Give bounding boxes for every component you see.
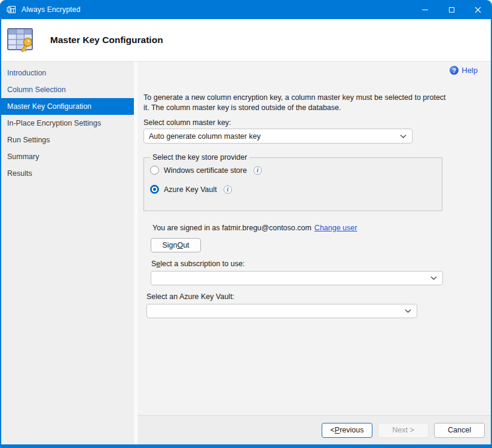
- sign-out-button[interactable]: Sign Out: [151, 238, 201, 252]
- minimize-button[interactable]: [412, 0, 438, 19]
- sidebar-item-summary[interactable]: Summary: [1, 148, 134, 165]
- radio-azure-key-vault[interactable]: Azure Key Vault: [150, 185, 436, 194]
- radio-icon: [150, 166, 159, 175]
- vault-dropdown[interactable]: [146, 304, 417, 318]
- chevron-down-icon: [430, 276, 437, 280]
- wizard-header: Master Key Configuration: [1, 19, 491, 62]
- radio-label: Windows certificate store: [164, 166, 247, 175]
- main-panel: Help To generate a new column encryption…: [137, 62, 491, 444]
- next-button[interactable]: Next >: [378, 423, 429, 438]
- intro-text: To generate a new column encryption key,…: [143, 93, 490, 112]
- minimize-icon: [422, 10, 428, 10]
- sidebar-item-master-key-configuration[interactable]: Master Key Configuration: [1, 98, 134, 115]
- subscription-dropdown[interactable]: [151, 271, 443, 285]
- info-circle-icon[interactable]: [224, 185, 232, 194]
- always-encrypted-window: Always Encrypted Master Key Configuratio…: [0, 0, 492, 448]
- keystore-provider-legend: Select the key store provider: [150, 153, 249, 161]
- sidebar-item-inplace-encryption-settings[interactable]: In-Place Encryption Settings: [1, 115, 134, 132]
- radio-icon: [150, 185, 159, 194]
- cmk-dropdown[interactable]: Auto generate column master key: [143, 129, 412, 144]
- page-title: Master Key Configuration: [50, 35, 163, 45]
- close-icon: [475, 7, 481, 13]
- help-question-icon: [450, 66, 459, 75]
- keystore-provider-group: Select the key store provider Windows ce…: [143, 153, 442, 211]
- signin-status: You are signed in as fatmir.bregu@contos…: [152, 224, 357, 232]
- table-key-icon: [6, 26, 35, 54]
- wizard-steps-sidebar: Introduction Column Selection Master Key…: [1, 62, 134, 444]
- vault-label: Select an Azure Key Vault:: [146, 292, 234, 301]
- change-user-link[interactable]: Change user: [314, 224, 357, 232]
- signin-text: You are signed in as fatmir.bregu@contos…: [152, 224, 311, 232]
- radio-label: Azure Key Vault: [164, 185, 217, 194]
- chevron-down-icon: [400, 135, 407, 138]
- help-link[interactable]: Help: [450, 66, 478, 75]
- maximize-button[interactable]: [438, 0, 465, 19]
- titlebar: Always Encrypted: [1, 0, 491, 19]
- subscription-label: Select a subscription to use:: [151, 260, 245, 268]
- cancel-button[interactable]: Cancel: [434, 423, 485, 438]
- window-controls: [412, 0, 491, 19]
- radio-windows-certificate-store[interactable]: Windows certificate store: [150, 166, 436, 175]
- maximize-icon: [449, 7, 454, 13]
- cmk-label: Select column master key:: [143, 118, 231, 127]
- sidebar-item-column-selection[interactable]: Column Selection: [1, 81, 134, 98]
- previous-button[interactable]: < Previous: [322, 423, 372, 438]
- sidebar-item-run-settings[interactable]: Run Settings: [1, 132, 134, 148]
- cmk-dropdown-value: Auto generate column master key: [149, 132, 261, 141]
- sidebar-item-introduction[interactable]: Introduction: [1, 65, 134, 81]
- help-label: Help: [462, 66, 478, 75]
- chevron-down-icon: [405, 309, 411, 313]
- sidebar-item-results[interactable]: Results: [1, 165, 134, 182]
- wizard-footer: < Previous Next > Cancel: [137, 415, 491, 444]
- table-key-icon: [7, 5, 16, 14]
- close-button[interactable]: [465, 0, 491, 19]
- info-circle-icon[interactable]: [253, 166, 262, 175]
- window-title: Always Encrypted: [22, 5, 81, 14]
